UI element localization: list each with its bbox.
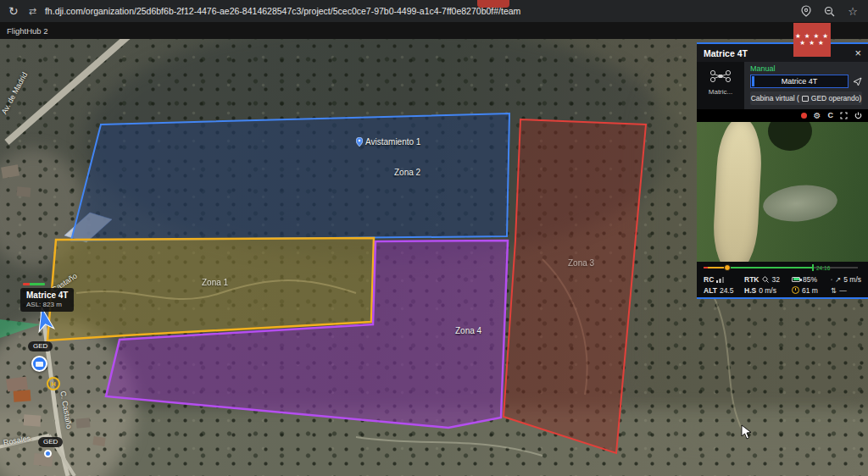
alt-label: ALT <box>704 286 717 295</box>
device-short-label: Matric... <box>709 88 732 96</box>
location-pin-icon[interactable] <box>801 5 811 17</box>
browser-toolbar: ↻ ⇄ fh.dji.com/organization/25d6bf6b-2f1… <box>0 0 868 22</box>
house <box>76 418 91 428</box>
wind-direction-arrow: ↗ <box>835 275 841 284</box>
madrid-stars-row2: ★ ★ ★ <box>799 40 824 47</box>
camera-toolbar: ⚙ C <box>697 109 868 122</box>
wind-cell: ↗ 5 m/s <box>831 274 861 285</box>
pilot-location-marker[interactable] <box>44 450 52 457</box>
ged-dock-label[interactable]: GED <box>28 341 53 351</box>
house <box>92 436 105 446</box>
share-arrow-icon[interactable] <box>853 77 862 86</box>
zoom-out-icon[interactable] <box>824 6 835 17</box>
feed-rocks <box>761 182 839 225</box>
tab-switch-icon[interactable]: ⇄ <box>29 6 36 17</box>
drone-icon <box>709 69 732 83</box>
rc-signal-cell: RC <box>704 274 744 285</box>
device-selector[interactable]: Matrice 4T <box>750 75 849 88</box>
madrid-flag-logo[interactable]: ★ ★ ★ ★ ★ ★ ★ <box>793 23 831 57</box>
dock-marker-icon[interactable] <box>31 356 47 372</box>
signal-bars-icon <box>716 276 725 283</box>
app-title-bar: FlightHub 2 <box>0 22 868 39</box>
record-icon[interactable] <box>801 113 807 119</box>
mouse-cursor <box>741 424 753 440</box>
rtk-cell: RTK 32 <box>744 274 792 285</box>
panel-content: Manual Matrice 4T Cabina virtual ( GED o… <box>744 62 868 109</box>
timeline-remaining-segment <box>731 267 812 268</box>
trail-right <box>712 293 746 437</box>
distance-cell: 61 m <box>792 285 831 296</box>
tab-strip-fragment <box>477 0 509 8</box>
zone-label-zona1: Zona 1 <box>202 278 228 287</box>
hs-value: 0 m/s <box>759 286 776 295</box>
power-icon[interactable] <box>854 112 862 119</box>
poi-label: Avistamiento 1 <box>365 137 420 147</box>
alt-value: 24.5 <box>720 286 734 295</box>
zone-polygon-zona3[interactable] <box>504 119 646 453</box>
rc-label: RC <box>704 275 714 284</box>
battery-timeline[interactable]: 24:16 <box>704 264 861 272</box>
flight-time-value: 24:16 <box>816 265 830 271</box>
clock-icon <box>792 286 799 294</box>
updown-icon: ⇅ <box>831 286 837 295</box>
panel-header: Matrice 4T × <box>697 44 868 62</box>
cabin-label-suffix: GED operando) <box>811 94 862 102</box>
updown-value: — <box>839 286 847 295</box>
distance-value: 61 m <box>802 286 818 295</box>
drone-asl: ASL: 823 m <box>26 301 68 308</box>
device-selector-value: Matrice 4T <box>751 77 848 86</box>
zone-label-zona4: Zona 4 <box>455 326 481 335</box>
house <box>17 186 31 196</box>
drone-name: Matrice 4T <box>26 291 68 300</box>
video-feed <box>697 122 868 263</box>
house <box>1 164 19 178</box>
house <box>14 390 31 401</box>
drone-fov-wedge <box>0 319 41 338</box>
device-rail[interactable]: Matric... <box>697 62 744 109</box>
zone-label-zona3: Zona 3 <box>568 258 594 268</box>
timeline-knob[interactable] <box>724 264 731 271</box>
rtk-label: RTK <box>744 275 759 284</box>
poi-avistamiento[interactable]: Avistamiento 1 <box>356 137 420 147</box>
reload-icon[interactable]: ↻ <box>8 4 19 18</box>
close-icon[interactable]: × <box>854 47 861 58</box>
altitude-cell: ALT 24.5 <box>704 285 744 296</box>
zone-polygon-zona2[interactable] <box>71 113 509 241</box>
drone-map-tooltip: Matrice 4T ASL: 823 m <box>20 288 74 312</box>
home-point-marker[interactable]: H <box>47 377 60 390</box>
fullscreen-icon[interactable] <box>840 112 848 119</box>
gear-icon[interactable]: ⚙ <box>814 112 821 120</box>
bookmark-star-icon[interactable]: ☆ <box>848 6 858 17</box>
camera-view[interactable]: ⚙ C <box>697 109 868 263</box>
virtual-cabin-button[interactable]: Cabina virtual ( GED operando) <box>750 91 862 105</box>
app-title: FlightHub 2 <box>7 26 48 36</box>
telemetry-bar: 24:16 RC RTK 32 85% <box>697 262 868 297</box>
flight-mode-label: Manual <box>750 64 862 73</box>
satellite-icon <box>761 275 769 283</box>
calibrate-c-icon[interactable]: C <box>828 112 834 119</box>
battery-value: 85% <box>803 275 817 284</box>
poi-pin-icon <box>356 137 363 147</box>
vertical-speed-cell: ⇅ — <box>831 285 861 296</box>
house <box>6 376 28 391</box>
house <box>24 414 42 426</box>
panel-title: Matrice 4T <box>704 48 748 58</box>
horizontal-speed-cell: H.S 0 m/s <box>744 285 792 296</box>
cockpit-icon <box>802 96 809 102</box>
wind-value: 5 m/s <box>843 275 861 284</box>
cabin-label-prefix: Cabina virtual ( <box>751 94 799 102</box>
battery-icon <box>792 277 800 282</box>
drone-panel: Matrice 4T × Matric... Manual <box>697 42 868 299</box>
zone-label-zona2: Zona 2 <box>394 168 420 177</box>
hs-label: H.S <box>744 286 756 295</box>
battery-cell: 85% <box>792 274 831 285</box>
zone-polygon-zona1[interactable] <box>47 238 374 340</box>
url-bar[interactable]: fh.dji.com/organization/25d6bf6b-2f12-44… <box>45 6 520 16</box>
rtk-value: 32 <box>771 275 779 284</box>
drone-status-minibar <box>23 283 45 285</box>
feed-dirt-path <box>711 116 764 263</box>
selector-accent-bar <box>752 76 754 86</box>
wind-fan-icon <box>831 276 832 283</box>
ged-pilot-label[interactable]: GED <box>38 437 63 447</box>
trail-bottom <box>356 437 542 456</box>
